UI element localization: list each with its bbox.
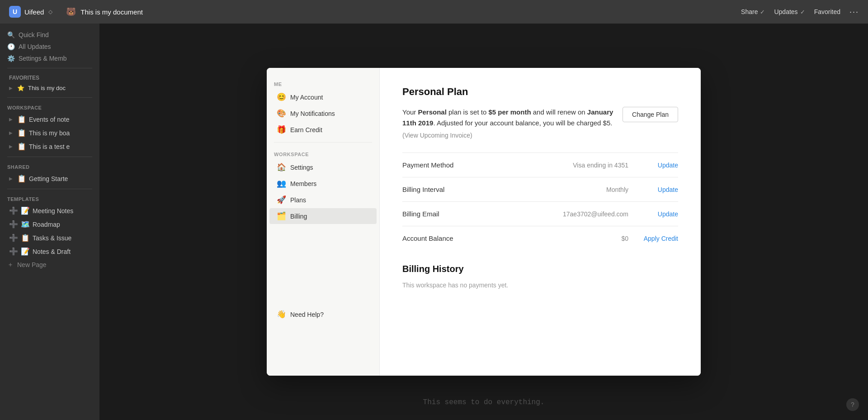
modal-item-settings[interactable]: 🏠 Settings [269,159,377,175]
main-layout: 🔍 Quick Find 🕐 All Updates ⚙️ Settings &… [0,24,868,420]
settings-item[interactable]: ⚙️ Settings & Memb [0,52,99,64]
settings-icon: ⚙️ [7,55,15,62]
notifications-icon: 🎨 [277,109,286,118]
expand-icon: ▶ [9,130,13,135]
topbar-actions: Share ✓ Updates ✓ Favorited ··· [741,7,859,17]
favorites-section-label: FAVORITES [2,72,98,82]
billing-interval-label: Billing Interval [402,186,606,193]
sidebar: 🔍 Quick Find 🕐 All Updates ⚙️ Settings &… [0,24,99,420]
plan-description: Your Personal plan is set to $5 per mont… [402,107,678,129]
share-label: Share [741,8,758,15]
my-account-label: My Account [290,94,323,101]
templates-section-label: TEMPLATES [0,193,99,204]
getting-started-label: Getting Starte [29,175,90,182]
change-plan-button[interactable]: Change Plan [623,107,678,122]
tasks-label: Tasks & Issue [33,234,90,242]
share-check-icon: ✓ [760,9,765,15]
expand-icon: ▶ [9,117,13,122]
app-name: Uifeed [24,8,44,16]
billing-interval-update-button[interactable]: Update [642,186,678,193]
quick-find-item[interactable]: 🔍 Quick Find [0,29,99,41]
modal-overlay: ME 😊 My Account 🎨 My Notifications 🎁 Ear… [99,24,868,420]
payment-method-value: Visa ending in 4351 [573,162,628,169]
apply-credit-button[interactable]: Apply Credit [642,235,678,242]
payment-method-update-button[interactable]: Update [642,162,678,169]
billing-email-update-button[interactable]: Update [642,210,678,218]
roadmap-icon: 🗺️ [21,220,29,229]
boa-label: This is my boa [29,129,90,137]
sidebar-item-boa[interactable]: ▶ 📋 This is my boa [2,126,98,139]
app-chevron-icon: ◇ [48,9,52,15]
doc-icon: 📋 [17,115,25,124]
updates-button[interactable]: Updates ✓ [774,8,805,15]
modal-content: Personal Plan Your Personal plan is set … [380,68,701,376]
favorites-label: FAVORITES [9,75,39,81]
more-options-button[interactable]: ··· [849,7,859,17]
doc-title: This is my document [80,8,143,16]
modal-item-need-help[interactable]: 👋 Need Help? [269,306,377,322]
settings-label: Settings & Memb [19,55,67,62]
share-button[interactable]: Share ✓ [741,8,765,15]
modal-item-members[interactable]: 👥 Members [269,176,377,191]
meeting-notes-label: Meeting Notes [33,207,90,215]
modal-item-my-account[interactable]: 😊 My Account [269,89,377,105]
modal-sidebar-divider [274,142,372,143]
topbar: U Uifeed ◇ 🐻 This is my document Share ✓… [0,0,868,24]
events-label: Events of note [29,116,90,123]
view-invoice-link[interactable]: (View Upcoming Invoice) [402,132,472,139]
plus-icon: ＋ [7,261,14,269]
quick-find-label: Quick Find [19,31,49,38]
billing-label: Billing [290,213,307,220]
expand-icon: ▶ [9,144,13,149]
modal-section-workspace: WORKSPACE [267,147,379,159]
plans-label: Plans [290,196,306,204]
plan-description-text: Your Personal plan is set to $5 per mont… [402,107,615,129]
billing-email-value: 17ae3702@uifeed.com [563,210,628,218]
account-balance-label: Account Balance [402,234,621,242]
plus-icon: ➕ [9,234,17,242]
notes-icon: 📝 [21,247,29,256]
billing-icon: 🗂️ [277,211,286,221]
app-logo[interactable]: U Uifeed ◇ [9,6,52,18]
sidebar-item-favorites-doc[interactable]: ▶ ⭐ This is my doc [2,82,98,94]
content-area: This seems to do everything. ? ME 😊 My A… [99,24,868,420]
new-page-button[interactable]: ＋ New Page [0,258,99,271]
sidebar-divider-3 [7,157,92,157]
sidebar-item-roadmap[interactable]: ➕ 🗺️ Roadmap [2,218,98,231]
modal-item-earn-credit[interactable]: 🎁 Earn Credit [269,122,377,138]
clock-icon: 🕐 [7,43,15,50]
billing-email-label: Billing Email [402,210,563,218]
all-updates-item[interactable]: 🕐 All Updates [0,41,99,52]
billing-email-row: Billing Email 17ae3702@uifeed.com Update [402,201,678,226]
doc-icon: 📋 [17,174,25,183]
plans-icon: 🚀 [277,195,286,205]
search-icon: 🔍 [7,31,15,38]
settings-label: Settings [290,164,313,171]
modal-item-my-notifications[interactable]: 🎨 My Notifications [269,105,377,121]
sidebar-item-test[interactable]: ▶ 📋 This is a test e [2,140,98,153]
shared-section-label: SHARED [0,161,99,172]
favorited-button[interactable]: Favorited [814,8,840,15]
modal-item-billing[interactable]: 🗂️ Billing [269,208,377,224]
sidebar-item-tasks[interactable]: ➕ 📋 Tasks & Issue [2,231,98,244]
sidebar-item-meeting-notes[interactable]: ➕ 📝 Meeting Notes [2,204,98,217]
roadmap-label: Roadmap [33,221,90,228]
sidebar-divider-2 [7,97,92,98]
plus-icon: ➕ [9,220,17,229]
updates-check-icon: ✓ [800,9,805,15]
members-label: Members [290,180,316,187]
sidebar-item-notes[interactable]: ➕ 📝 Notes & Draft [2,245,98,258]
modal-item-plans[interactable]: 🚀 Plans [269,192,377,208]
plus-icon: ➕ [9,247,17,256]
account-balance-row: Account Balance $0 Apply Credit [402,226,678,250]
doc-icon: 📝 [21,206,29,215]
earn-credit-label: Earn Credit [290,126,322,134]
sidebar-item-events[interactable]: ▶ 📋 Events of note [2,113,98,126]
sidebar-item-getting-started[interactable]: ▶ 📋 Getting Starte [2,172,98,185]
need-help-label: Need Help? [290,311,324,318]
expand-icon: ▶ [9,176,13,181]
settings-icon: 🏠 [277,162,286,172]
favorites-doc-label: This is my doc [28,85,66,91]
members-icon: 👥 [277,179,286,188]
test-label: This is a test e [29,143,90,150]
